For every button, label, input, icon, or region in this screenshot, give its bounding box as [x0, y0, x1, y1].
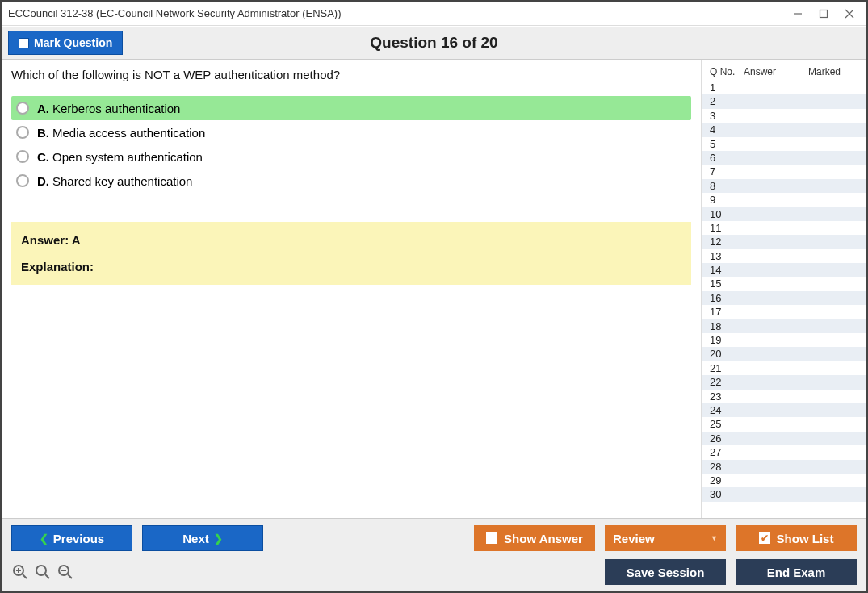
choice-letter: C.: [37, 150, 49, 164]
choice-text: Open system authentication: [52, 150, 203, 164]
choice-b[interactable]: B.Media access authentication: [11, 120, 691, 144]
question-list-panel: Q No. Answer Marked 12345678910111213141…: [701, 60, 866, 518]
question-list-row[interactable]: 28: [702, 460, 866, 474]
question-list-row[interactable]: 8: [702, 179, 866, 193]
mark-checkbox-icon: [19, 38, 29, 48]
zoom-in-icon[interactable]: [11, 563, 29, 581]
question-list-row[interactable]: 21: [702, 361, 866, 375]
question-list-row[interactable]: 30: [702, 487, 866, 501]
question-list-row[interactable]: 5: [702, 137, 866, 151]
choice-text: Shared key authentication: [52, 174, 192, 188]
question-list-row[interactable]: 9: [702, 193, 866, 207]
question-list-row[interactable]: 27: [702, 445, 866, 459]
question-list-row[interactable]: 14: [702, 263, 866, 277]
review-dropdown[interactable]: Review ▼: [605, 525, 726, 551]
chevron-right-icon: ❯: [214, 532, 223, 545]
end-exam-label: End Exam: [767, 566, 826, 579]
choice-text: Media access authentication: [52, 126, 205, 140]
titlebar: ECCouncil 312-38 (EC-Council Network Sec…: [2, 2, 866, 26]
question-panel: Which of the following is NOT a WEP auth…: [2, 60, 701, 518]
svg-point-8: [36, 566, 46, 575]
question-list-row[interactable]: 18: [702, 319, 866, 333]
question-list-row[interactable]: 26: [702, 432, 866, 445]
app-window: ECCouncil 312-38 (EC-Council Network Sec…: [0, 0, 868, 593]
previous-label: Previous: [53, 532, 104, 545]
svg-line-9: [45, 574, 49, 578]
answer-box: Answer: A Explanation:: [11, 222, 691, 285]
footer-row-1: ❮ Previous Next ❯ Show Answer Review ▼ ✔…: [11, 525, 857, 551]
save-session-button[interactable]: Save Session: [605, 559, 726, 585]
footer-row-2: Save Session End Exam: [11, 559, 857, 585]
question-counter: Question 16 of 20: [2, 34, 866, 52]
show-list-button[interactable]: ✔ Show List: [736, 525, 857, 551]
question-list-row[interactable]: 12: [702, 235, 866, 248]
header-marked: Marked: [808, 66, 858, 77]
zoom-out-icon[interactable]: [57, 563, 74, 581]
question-list[interactable]: 1234567891011121314151617181920212223242…: [702, 81, 866, 513]
explanation-label: Explanation:: [21, 260, 681, 274]
window-title: ECCouncil 312-38 (EC-Council Network Sec…: [8, 7, 792, 19]
show-answer-button[interactable]: Show Answer: [474, 525, 595, 551]
next-button[interactable]: Next ❯: [142, 525, 263, 551]
end-exam-button[interactable]: End Exam: [736, 559, 857, 585]
checkbox-icon: [486, 532, 497, 544]
radio-icon: [16, 126, 29, 139]
svg-line-11: [68, 574, 72, 578]
question-list-row[interactable]: 23: [702, 390, 866, 403]
question-list-row[interactable]: 11: [702, 221, 866, 235]
radio-icon: [16, 150, 29, 163]
show-answer-label: Show Answer: [504, 532, 583, 545]
mark-label: Mark Question: [34, 36, 112, 49]
close-icon[interactable]: [844, 8, 855, 19]
question-list-row[interactable]: 17: [702, 305, 866, 319]
previous-button[interactable]: ❮ Previous: [11, 525, 132, 551]
chevron-left-icon: ❮: [40, 532, 48, 545]
zoom-icon[interactable]: [34, 563, 52, 581]
checkbox-checked-icon: ✔: [759, 532, 770, 544]
choice-letter: D.: [37, 174, 49, 188]
header-qno: Q No.: [710, 66, 744, 77]
minimize-icon[interactable]: [792, 8, 803, 19]
toolbar: Mark Question Question 16 of 20: [2, 26, 866, 60]
radio-icon: [16, 102, 29, 115]
choice-a[interactable]: A.Kerberos authentication: [11, 96, 691, 120]
choice-text: Kerberos authentication: [52, 102, 180, 115]
next-label: Next: [182, 532, 209, 545]
question-list-row[interactable]: 15: [702, 277, 866, 290]
choice-c[interactable]: C.Open system authentication: [11, 144, 691, 169]
question-text: Which of the following is NOT a WEP auth…: [11, 68, 691, 81]
question-list-row[interactable]: 16: [702, 291, 866, 305]
svg-line-5: [23, 574, 27, 578]
question-list-header: Q No. Answer Marked: [702, 65, 866, 81]
header-answer: Answer: [744, 66, 808, 77]
footer: ❮ Previous Next ❯ Show Answer Review ▼ ✔…: [2, 518, 866, 591]
choice-letter: A.: [37, 102, 49, 115]
chevron-down-icon: ▼: [711, 534, 718, 542]
question-list-row[interactable]: 2: [702, 94, 866, 108]
review-label: Review: [613, 532, 655, 545]
window-controls: [792, 8, 860, 19]
body: Which of the following is NOT a WEP auth…: [2, 60, 866, 518]
radio-icon: [16, 174, 29, 187]
mark-question-button[interactable]: Mark Question: [8, 31, 123, 55]
question-list-row[interactable]: 4: [702, 123, 866, 136]
question-list-row[interactable]: 25: [702, 417, 866, 431]
question-list-row[interactable]: 13: [702, 249, 866, 263]
question-list-row[interactable]: 1: [702, 81, 866, 94]
question-list-row[interactable]: 29: [702, 474, 866, 487]
svg-rect-1: [820, 10, 828, 17]
answer-line: Answer: A: [21, 233, 681, 247]
choice-letter: B.: [37, 126, 49, 140]
question-list-row[interactable]: 22: [702, 375, 866, 389]
question-list-row[interactable]: 19: [702, 333, 866, 347]
question-list-row[interactable]: 24: [702, 403, 866, 417]
question-list-row[interactable]: 10: [702, 207, 866, 221]
question-list-row[interactable]: 7: [702, 165, 866, 178]
maximize-icon[interactable]: [818, 8, 829, 19]
question-list-row[interactable]: 6: [702, 151, 866, 165]
question-list-row[interactable]: 3: [702, 109, 866, 123]
choice-d[interactable]: D.Shared key authentication: [11, 169, 691, 193]
question-list-row[interactable]: 20: [702, 347, 866, 361]
zoom-controls: [11, 563, 74, 581]
show-list-label: Show List: [777, 532, 834, 545]
